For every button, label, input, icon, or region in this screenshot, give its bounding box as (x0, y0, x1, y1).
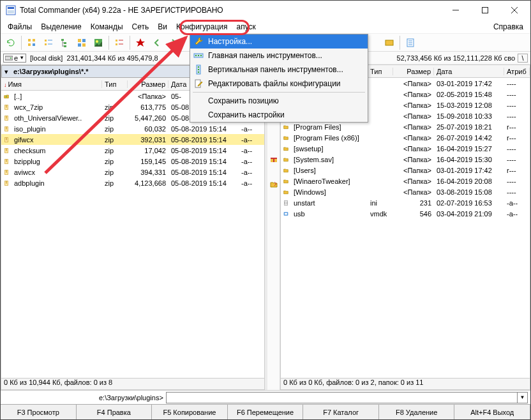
view-list-icon[interactable] (24, 35, 40, 50)
view-tree-icon[interactable] (57, 35, 73, 50)
menu-start[interactable]: апуск (232, 21, 260, 33)
col-type[interactable]: Тип (368, 68, 393, 75)
left-file-list[interactable]: [..]<Папка>05-wcx_7zipzip613,77505-08oth… (1, 91, 264, 378)
menu-save-pos[interactable]: Сохранить позицию (190, 94, 368, 108)
menu-main-toolbar[interactable]: Главная панель инструментов... (190, 49, 368, 63)
f8-button[interactable]: F8 Удаление (379, 405, 455, 419)
file-name: checksum (11, 147, 102, 154)
refresh-icon[interactable] (3, 35, 19, 50)
file-size: <Папка> (393, 80, 434, 87)
file-attr: -a-- (239, 147, 264, 154)
app-icon (6, 5, 16, 15)
invert-icon[interactable] (112, 35, 127, 50)
col-type[interactable]: Тип (102, 80, 128, 88)
menu-commands[interactable]: Команды (86, 21, 128, 33)
nav-folder-icon[interactable] (269, 179, 279, 190)
file-icon (1, 169, 11, 176)
file-name: [Windows] (291, 188, 368, 196)
star-icon[interactable] (133, 35, 148, 50)
file-size: <Папка> (393, 167, 434, 174)
menu-files[interactable]: Файлы (3, 21, 36, 33)
menu-settings[interactable]: Настройка... (190, 34, 368, 49)
file-attr: -a-- (504, 199, 530, 207)
drive-info-left: 231,401,344 Кб из 495,479,8 (66, 54, 158, 62)
svg-rect-61 (195, 55, 197, 56)
file-size: 17,042 (128, 147, 168, 154)
file-row[interactable]: checksumzip17,04205-08-2019 15:14-a-- (1, 145, 264, 156)
file-size: 5,447,260 (128, 114, 168, 122)
file-size: 546 (393, 210, 434, 218)
menu-edit-config[interactable]: Редактировать файлы конфигурации (190, 77, 368, 91)
file-type: zip (102, 114, 128, 122)
file-row[interactable]: adbpluginzip4,123,66805-08-2019 15:14-a-… (1, 177, 264, 188)
menu-help[interactable]: Справка (489, 21, 528, 33)
altf4-button[interactable]: Alt+F4 Выход (454, 405, 530, 419)
file-date: 16-04-2019 20:08 (434, 177, 504, 185)
menu-net[interactable]: Сеть (128, 21, 154, 33)
file-size: <Папка> (393, 101, 434, 109)
file-row[interactable]: [Program Files]<Папка>25-07-2019 18:21r-… (281, 121, 530, 132)
right-file-list[interactable]: <Папка>03-01-2019 17:42----<Папка>02-05-… (281, 78, 530, 378)
menu-vert-toolbar[interactable]: Вертикальная панель инструментов... (190, 63, 368, 77)
menu-view[interactable]: Ви (153, 21, 172, 33)
menu-config[interactable]: Конфигурация (172, 21, 232, 33)
svg-rect-16 (64, 42, 66, 44)
drive-root-button[interactable]: \ (518, 54, 528, 63)
file-row[interactable]: [swsetup]<Папка>16-04-2019 15:27---- (281, 143, 530, 154)
f7-button[interactable]: F7 Каталог (303, 405, 379, 419)
file-row[interactable]: [WinaeroTweaker]<Папка>16-04-2019 20:08-… (281, 176, 530, 186)
file-name: usb (291, 210, 368, 218)
f5-button[interactable]: F5 Копирование (152, 405, 228, 419)
file-size: <Папка> (393, 123, 434, 131)
close-button[interactable] (500, 1, 529, 20)
file-size: 159,145 (128, 158, 168, 165)
col-date[interactable]: Дата (434, 68, 504, 75)
svg-rect-38 (6, 116, 6, 118)
col-size[interactable]: Размер (128, 80, 168, 88)
forward-icon[interactable] (166, 35, 181, 50)
file-row[interactable]: gifwcxzip392,03105-08-2019 15:14-a-- (1, 134, 264, 145)
file-attr: r--- (504, 134, 530, 142)
notepad-icon[interactable] (403, 35, 418, 50)
file-row[interactable]: bzipplugzip159,14505-08-2019 15:14-a-- (1, 156, 264, 167)
view-full-icon[interactable] (74, 35, 89, 50)
command-input[interactable] (166, 392, 518, 403)
f3-button[interactable]: F3 Просмотр (1, 405, 77, 419)
f6-button[interactable]: F6 Перемещение (228, 405, 304, 419)
view-brief-icon[interactable] (41, 35, 56, 50)
toolbar-icon-1[interactable] (382, 35, 397, 50)
file-icon (281, 145, 291, 153)
col-attr[interactable]: Атриб (504, 68, 530, 75)
f4-button[interactable]: F4 Правка (77, 405, 153, 419)
svg-point-34 (10, 57, 11, 59)
maximize-button[interactable] (470, 1, 500, 20)
col-name[interactable]: ↓Имя (1, 80, 102, 88)
path-down-icon[interactable]: ▾ (2, 68, 11, 76)
svg-point-23 (96, 40, 98, 43)
command-dropdown-icon[interactable]: ▼ (518, 392, 528, 403)
drive-selector[interactable]: e ▼ (3, 54, 26, 63)
minimize-button[interactable] (441, 1, 470, 20)
file-row[interactable]: [System.sav]<Папка>16-04-2019 15:30---- (281, 154, 530, 165)
menu-selection[interactable]: Выделение (36, 21, 86, 33)
file-row[interactable]: usbvmdk54603-04-2019 21:09-a-- (281, 208, 530, 219)
nav-gift-icon[interactable] (269, 154, 279, 164)
file-row[interactable]: [Windows]<Папка>03-08-2019 15:08---- (281, 186, 530, 197)
file-row[interactable]: [Program Files (x86)]<Папка>26-07-2019 1… (281, 132, 530, 143)
menu-separator (193, 92, 365, 93)
file-row[interactable]: unstartini23102-07-2019 16:53-a-- (281, 197, 530, 208)
file-row[interactable]: iso_pluginzip60,03205-08-2019 15:14-a-- (1, 123, 264, 134)
config-dropdown: Настройка... Главная панель инструментов… (190, 34, 368, 123)
toolbar-v-icon (193, 64, 204, 75)
file-icon (1, 103, 11, 111)
file-size: <Папка> (393, 91, 434, 98)
file-row[interactable]: aviwcxzip394,33105-08-2019 15:14-a-- (1, 167, 264, 177)
svg-rect-10 (33, 43, 35, 46)
view-thumbnails-icon[interactable] (91, 35, 106, 50)
col-size[interactable]: Размер (393, 68, 434, 75)
back-icon[interactable] (149, 35, 165, 50)
svg-rect-17 (64, 45, 66, 47)
menu-save-settings[interactable]: Сохранить настройки (190, 108, 368, 122)
main-window: Total Commander (x64) 9.22a - НЕ ЗАРЕГИС… (0, 0, 531, 420)
file-row[interactable]: [Users]<Папка>03-01-2019 17:42r--- (281, 165, 530, 176)
